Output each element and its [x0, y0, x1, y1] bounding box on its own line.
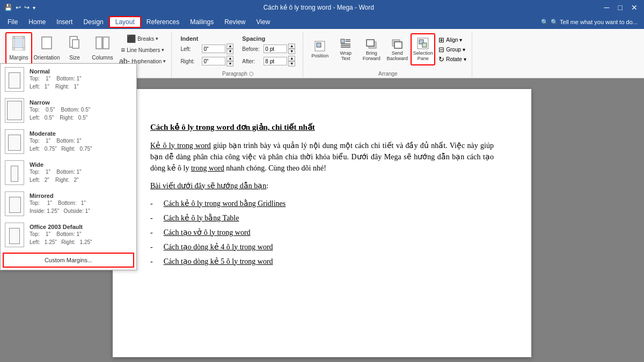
rotate-icon: ↻: [438, 55, 444, 63]
window-title: Cách kẻ ô ly trong word - Mega - Word: [35, 4, 602, 11]
align-button[interactable]: ⊞ Align ▾: [436, 35, 468, 45]
spacing-before-down[interactable]: ▼: [288, 49, 295, 54]
size-icon: [67, 35, 82, 54]
group-label: Group ▾: [446, 47, 465, 53]
position-icon: [313, 40, 326, 54]
spacing-before-up[interactable]: ▲: [288, 43, 295, 49]
redo-icon[interactable]: ↪: [24, 4, 30, 11]
breaks-button[interactable]: ⬛ Breaks ▾: [117, 33, 168, 44]
maximize-button[interactable]: □: [616, 3, 625, 12]
menu-home[interactable]: Home: [23, 17, 51, 27]
margin-name-office2003: Office 2003 Default: [30, 224, 132, 230]
indent-right-down[interactable]: ▼: [226, 61, 233, 67]
bring-forward-label: BringForward: [363, 51, 380, 62]
spacing-after-input[interactable]: [264, 57, 287, 65]
group-button[interactable]: ⊟ Group ▾: [436, 45, 468, 54]
bring-forward-button[interactable]: BringForward: [359, 33, 384, 65]
indent-left-input[interactable]: [202, 45, 225, 53]
indent-left-up[interactable]: ▲: [226, 43, 233, 49]
list-item-text: Cách tạo vở ô ly trong word: [164, 227, 251, 238]
line-numbers-icon: ≡: [121, 46, 125, 54]
selection-pane-icon: [416, 37, 429, 51]
document-list: Cách kẻ ô ly trong word bằng Gridlines C…: [150, 198, 494, 267]
menu-file[interactable]: File: [2, 17, 23, 27]
margin-option-mirrored[interactable]: Mirrored Top: 1" Bottom: 1" Inside: 1.25…: [1, 188, 136, 219]
titlebar-left: 💾 ↩ ↪ ▾: [4, 4, 35, 11]
menu-view[interactable]: View: [251, 17, 276, 27]
breaks-dropdown-icon: ▾: [156, 36, 158, 41]
margin-option-normal[interactable]: Normal Top: 1" Bottom: 1" Left: 1" Right…: [1, 64, 136, 95]
svg-rect-10: [103, 37, 109, 49]
document: Cách kẻ ô ly trong word đơn giản, chi ti…: [113, 89, 531, 357]
margin-detail-mirrored: Top: 1" Bottom: 1" Inside: 1.25" Outside…: [30, 199, 132, 215]
indent-right-up[interactable]: ▲: [226, 56, 233, 61]
menu-design[interactable]: Design: [78, 17, 108, 27]
titlebar: 💾 ↩ ↪ ▾ Cách kẻ ô ly trong word - Mega -…: [0, 0, 644, 15]
menu-layout[interactable]: Layout: [109, 16, 141, 28]
rotate-button[interactable]: ↻ Rotate ▾: [436, 55, 468, 64]
rotate-label: Rotate ▾: [446, 56, 466, 62]
wrap-text-label: WrapText: [340, 51, 352, 62]
line-numbers-button[interactable]: ≡ Line Numbers ▾: [117, 45, 168, 55]
indent-right-input[interactable]: [202, 57, 225, 65]
margin-preview-narrow: [5, 98, 24, 123]
menu-mailings[interactable]: Mailings: [185, 17, 219, 27]
columns-button[interactable]: Columns: [89, 32, 116, 64]
send-backward-button[interactable]: SendBackward: [385, 33, 409, 65]
margin-name-wide: Wide: [30, 161, 132, 168]
margin-detail-office2003: Top: 1" Bottom: 1" Left: 1.25" Right: 1.…: [30, 230, 132, 246]
list-item: Cách tạo vở ô ly trong word: [150, 227, 494, 238]
position-button[interactable]: Position: [308, 33, 332, 65]
list-item-text: Cách tạo dòng kẻ 4 ô ly trong word: [164, 241, 273, 253]
margins-dropdown: Normal Top: 1" Bottom: 1" Left: 1" Right…: [0, 63, 137, 270]
margins-label: Margins: [9, 55, 28, 61]
orientation-button[interactable]: Orientation: [33, 32, 60, 64]
paragraph-group: Indent Left: ▲ ▼ Right: ▲: [173, 32, 303, 78]
svg-rect-20: [367, 40, 374, 46]
size-label: Size: [69, 55, 79, 61]
indent-left-down[interactable]: ▼: [226, 49, 233, 54]
menubar: File Home Insert Design Layout Reference…: [0, 15, 644, 29]
margin-preview-office2003: [5, 223, 24, 247]
minimize-button[interactable]: ─: [602, 3, 612, 12]
svg-rect-22: [394, 42, 402, 48]
document-para1: Kẻ ô ly trong word giúp bạn trình bày và…: [150, 140, 494, 174]
align-icon: ⊞: [438, 36, 444, 44]
margin-info-wide: Wide Top: 1" Bottom: 1" Left: 2" Right: …: [30, 161, 132, 184]
custom-margins-button[interactable]: Custom Margins...: [3, 253, 134, 268]
menu-insert[interactable]: Insert: [51, 17, 78, 27]
menu-references[interactable]: References: [141, 17, 185, 27]
spacing-after-down[interactable]: ▼: [288, 61, 295, 67]
selection-pane-button[interactable]: Selection Pane: [411, 33, 435, 65]
align-group-section: ⊞ Align ▾ ⊟ Group ▾ ↻ Rotate ▾: [436, 33, 468, 64]
close-button[interactable]: ✕: [629, 3, 640, 12]
margins-button[interactable]: Margins: [5, 32, 32, 64]
margin-option-wide[interactable]: Wide Top: 1" Bottom: 1" Left: 2" Right: …: [1, 157, 136, 188]
undo-icon[interactable]: ↩: [16, 4, 21, 11]
tell-me-bar[interactable]: 🔍 🔍 Tell me what you want to do...: [537, 19, 642, 26]
group-icon: ⊟: [438, 46, 444, 54]
margin-option-office2003[interactable]: Office 2003 Default Top: 1" Bottom: 1" L…: [1, 219, 136, 250]
margin-option-moderate[interactable]: Moderate Top: 1" Bottom: 1" Left: 0.75" …: [1, 126, 136, 157]
list-item: Cách tạo dòng kẻ 4 ô ly trong word: [150, 241, 494, 253]
titlebar-right: ─ □ ✕: [602, 3, 640, 12]
para1-text: Kẻ ô ly trong word: [150, 142, 211, 150]
list-item: Cách kẻ ô ly bằng Table: [150, 212, 494, 224]
spacing-before-input[interactable]: [264, 45, 287, 53]
spacing-after-up[interactable]: ▲: [288, 56, 295, 61]
hyphenation-dropdown-icon: ▾: [163, 58, 166, 64]
arrange-label: Arrange: [378, 71, 398, 78]
margin-option-narrow[interactable]: Narrow Top: 0.5" Bottom: 0.5" Left: 0.5"…: [1, 95, 136, 126]
arrange-group: Position WrapText: [304, 32, 472, 78]
size-button[interactable]: Size: [61, 32, 88, 64]
indent-section: Indent Left: ▲ ▼ Right: ▲: [178, 33, 236, 69]
menu-review[interactable]: Review: [219, 17, 251, 27]
margin-detail-wide: Top: 1" Bottom: 1" Left: 2" Right: 2": [30, 168, 132, 184]
save-icon[interactable]: 💾: [4, 4, 12, 11]
wrap-text-button[interactable]: WrapText: [333, 33, 358, 65]
custom-margins-label: Custom Margins...: [45, 257, 92, 263]
line-numbers-label: Line Numbers: [127, 47, 160, 53]
line-numbers-dropdown-icon: ▾: [162, 47, 164, 53]
margin-preview-moderate: [5, 129, 24, 154]
spacing-after-label: After:: [242, 58, 262, 64]
